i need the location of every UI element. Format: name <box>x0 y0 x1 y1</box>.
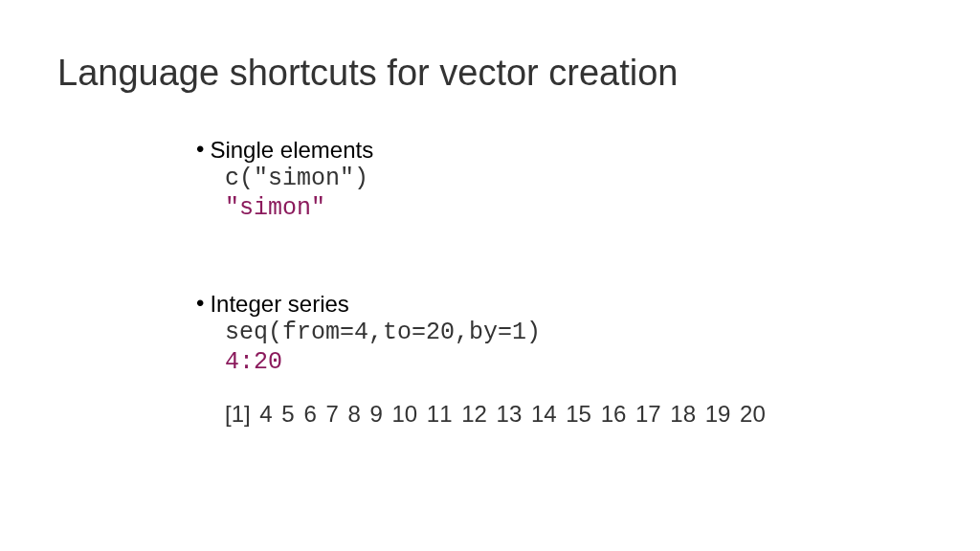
code-long-form: seq(from=4,to=20,by=1) <box>225 318 923 347</box>
bullet-dot-icon: • <box>196 138 204 161</box>
bullet-single-elements: • Single elements c("simon") "simon" <box>196 137 923 224</box>
bullet-label: Single elements <box>210 137 373 164</box>
bullet-label: Integer series <box>210 291 348 318</box>
slide: Language shortcuts for vector creation •… <box>0 0 980 428</box>
code-long-form: c("simon") <box>225 164 923 193</box>
code-block-single: c("simon") "simon" <box>196 164 923 224</box>
slide-title: Language shortcuts for vector creation <box>57 53 923 94</box>
code-block-integer: seq(from=4,to=20,by=1) 4:20 <box>196 318 923 378</box>
slide-content: • Single elements c("simon") "simon" • I… <box>57 137 923 428</box>
bullet-dot-icon: • <box>196 292 204 315</box>
code-shortcut: 4:20 <box>225 347 923 377</box>
code-shortcut: "simon" <box>225 193 923 223</box>
output-line: [1] 4 5 6 7 8 9 10 11 12 13 14 15 16 17 … <box>196 401 923 428</box>
bullet-integer-series: • Integer series seq(from=4,to=20,by=1) … <box>196 291 923 429</box>
bullet-header: • Integer series <box>196 291 923 318</box>
bullet-header: • Single elements <box>196 137 923 164</box>
